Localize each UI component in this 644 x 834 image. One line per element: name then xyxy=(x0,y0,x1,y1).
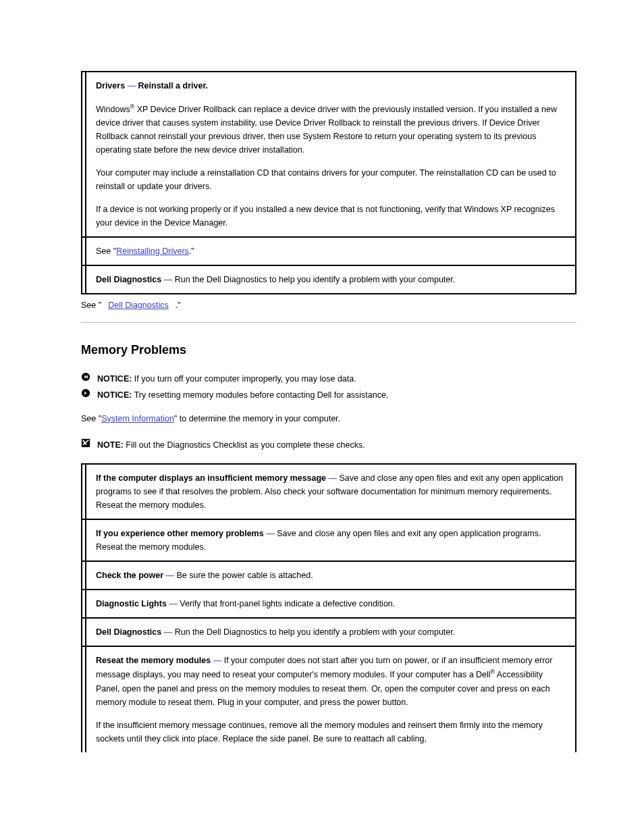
notice2-text: Try resetting memory modules before cont… xyxy=(132,390,388,400)
drivers-label: Drivers xyxy=(96,81,128,90)
other-memory-cell: If you experience other memory problems … xyxy=(86,519,576,561)
p1-pre: Windows xyxy=(96,105,130,114)
see-dell-diag-pre: See " xyxy=(81,298,101,313)
lights-post: Verify that front-panel lights indicate … xyxy=(180,599,395,608)
document-body: { "table1": { "row_drivers": { "heading_… xyxy=(81,0,576,752)
lights-pre: Diagnostic Lights xyxy=(96,599,169,608)
notice-row-1: NOTICE: If you turn off your computer im… xyxy=(81,372,576,386)
memory-problems-heading: Memory Problems xyxy=(81,343,576,357)
dash: — xyxy=(164,275,175,284)
note-label: NOTE: xyxy=(97,440,124,450)
drivers-cell: Drivers — Reinstall a driver. Windows® X… xyxy=(86,72,576,237)
reinstalling-drivers-link[interactable]: Reinstalling Drivers xyxy=(116,246,189,256)
check-power-cell: Check the power — Be sure the power cabl… xyxy=(86,561,576,590)
p1-post: XP Device Driver Rollback can replace a … xyxy=(96,105,557,155)
dd2-post: Run the Dell Diagnostics to help you ide… xyxy=(175,627,456,637)
dell-diagnostics-cell: Dell Diagnostics — Run the Dell Diagnost… xyxy=(86,265,576,294)
system-information-link[interactable]: System Information xyxy=(101,414,174,423)
see-post: ." xyxy=(189,246,194,256)
drivers-action: Reinstall a driver. xyxy=(138,81,209,90)
see-dell-diag-post: ." xyxy=(176,298,181,313)
dell-diag-pre: Dell Diagnostics xyxy=(96,275,164,284)
dash: — xyxy=(164,627,175,637)
insufficient-memory-cell: If the computer displays an insufficient… xyxy=(86,464,576,519)
reseat-tail2: If the insufficient memory message conti… xyxy=(96,719,566,746)
note-row: NOTE: Fill out the Diagnostics Checklist… xyxy=(81,438,576,452)
notice-row-2: NOTICE: Try resetting memory modules bef… xyxy=(81,388,576,402)
memory-problems-table: If the computer displays an insufficient… xyxy=(81,463,576,752)
dash: — xyxy=(213,656,224,665)
dd2-pre: Dell Diagnostics xyxy=(96,627,164,637)
notice-icon xyxy=(81,388,90,398)
p2: Your computer may include a reinstallati… xyxy=(96,166,566,193)
note-icon xyxy=(81,438,90,448)
troubleshooting-table-top: Drivers — Reinstall a driver. Windows® X… xyxy=(81,71,576,294)
system-info-paragraph: See "System Information" to determine th… xyxy=(81,412,576,426)
notice-icon xyxy=(81,372,90,382)
note-text: Fill out the Diagnostics Checklist as yo… xyxy=(124,440,365,450)
reseat-pre: Reseat the memory modules xyxy=(96,656,213,665)
see-reinstalling-cell: See "Reinstalling Drivers." xyxy=(86,237,576,265)
diagnostic-lights-cell: Diagnostic Lights — Verify that front-pa… xyxy=(86,590,576,618)
horizontal-rule xyxy=(81,322,576,323)
see-pre: See " xyxy=(96,246,116,256)
reseat-memory-cell: Reseat the memory modules — If your comp… xyxy=(86,646,576,752)
dell-diagnostics-cell-2: Dell Diagnostics — Run the Dell Diagnost… xyxy=(86,618,576,646)
power-post: Be sure the power cable is attached. xyxy=(176,571,313,580)
insuf-pre: If the computer displays an insufficient… xyxy=(96,473,329,483)
dash: — xyxy=(329,473,340,483)
notice1-text: If you turn off your computer improperly… xyxy=(132,374,356,384)
power-pre: Check the power xyxy=(96,571,166,580)
other-pre: If you experience other memory problems xyxy=(96,529,266,538)
dell-diagnostics-link[interactable]: Dell Diagnostics xyxy=(108,298,169,313)
notice2-label: NOTICE: xyxy=(97,390,132,400)
para-post: " to determine the memory in your comput… xyxy=(174,414,340,423)
dash: — xyxy=(266,529,277,538)
p3: If a device is not working properly or i… xyxy=(96,203,566,230)
dash: — xyxy=(128,81,138,90)
dell-diag-post: Run the Dell Diagnostics to help you ide… xyxy=(175,275,456,284)
notice1-label: NOTICE: xyxy=(97,374,132,384)
dash: — xyxy=(169,599,180,608)
dash: — xyxy=(166,571,177,580)
para-pre: See " xyxy=(81,414,101,423)
